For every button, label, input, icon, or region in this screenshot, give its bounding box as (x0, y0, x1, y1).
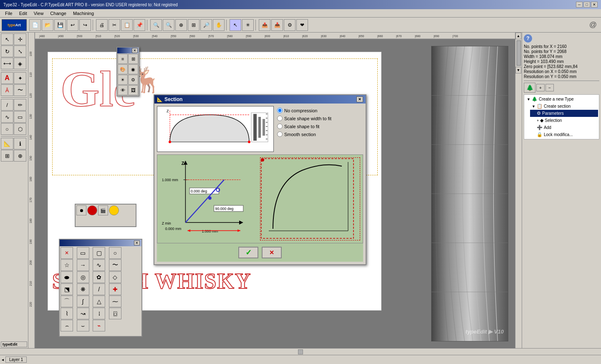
mini-btn-3[interactable]: 🎨 (118, 64, 128, 74)
mini-btn-5[interactable]: ☀ (118, 75, 128, 85)
shape-curve[interactable]: ∿ (93, 259, 105, 271)
media-sun[interactable] (109, 205, 119, 215)
layer-arrow-left[interactable]: ◂ (2, 357, 4, 362)
toolbar-action1[interactable]: ⚙ (284, 19, 295, 31)
toolbar-favorites[interactable]: ❤ (296, 19, 308, 31)
menu-change[interactable]: Change (47, 10, 70, 17)
tool-text-a[interactable]: A (1, 72, 13, 84)
close-button[interactable]: ✕ (591, 2, 598, 8)
toolbar-export[interactable]: 📤 (259, 19, 270, 31)
v-scroll-up[interactable]: ▲ (515, 33, 521, 39)
shape-x[interactable]: ✕ (61, 247, 73, 259)
toolbar-redo[interactable]: ↪ (79, 19, 91, 31)
shape-rect[interactable]: ▭ (77, 247, 89, 259)
tool-bezier[interactable]: ∿ (1, 111, 13, 123)
toolbar-save-template[interactable]: 💾 (54, 19, 66, 31)
media-film[interactable]: 🎬 (98, 205, 108, 215)
tool-text-wave[interactable]: 〜 (14, 84, 26, 96)
shape-script1[interactable]: ⌢ (61, 320, 73, 331)
shape-script2[interactable]: ⌣ (77, 320, 89, 331)
radio-scale-width[interactable]: Scale shape width to fit (277, 116, 363, 121)
toolbar-paste[interactable]: 📌 (134, 19, 145, 31)
typeedit-tab[interactable]: typeEdit (1, 341, 27, 347)
tool-grid[interactable]: ⊞ (1, 150, 13, 162)
toolbar-zoom-out[interactable]: 🔍 (163, 19, 174, 31)
shape-fish[interactable]: ∫ (77, 296, 89, 307)
shape-flower[interactable]: ✿ (93, 271, 105, 283)
shape-arc[interactable]: ⌒ (61, 296, 73, 307)
layer-tab-item[interactable]: Layer 1 (5, 356, 27, 363)
mini-btn-7[interactable]: 👁 (118, 85, 128, 95)
minimize-button[interactable]: ─ (576, 2, 583, 8)
toolbar-open[interactable]: 📂 (42, 19, 53, 31)
media-record[interactable]: ⏺ (76, 205, 86, 215)
shape-complex[interactable]: ❋ (77, 283, 89, 295)
tree-item-selection[interactable]: + ◆ Selection (530, 117, 598, 124)
mini-btn-6[interactable]: ⚙ (128, 75, 138, 85)
v-scrollbar[interactable]: ▲ ▼ (515, 33, 522, 348)
tree-icon-btn[interactable]: 🌲 (524, 83, 535, 93)
shape-path4[interactable]: ⌼ (109, 308, 121, 319)
tool-text-star[interactable]: ✦ (14, 72, 26, 84)
tool-rotate[interactable]: ↻ (1, 46, 13, 57)
tool-node[interactable]: ◈ (14, 58, 26, 69)
shape-script3[interactable]: ⌁ (93, 320, 105, 331)
tree-item-create-new[interactable]: ▼ 🌲 Create a new Type (525, 96, 598, 103)
mini-btn-2[interactable]: ⊞ (128, 54, 138, 64)
tool-info[interactable]: ℹ (14, 138, 26, 149)
tool-snap[interactable]: ⊕ (14, 150, 26, 162)
toolbar-zoom-actual[interactable]: ⊞ (188, 19, 199, 31)
toolbar-zoom-box[interactable]: 🔎 (200, 19, 212, 31)
dialog-cancel-button[interactable]: ✕ (262, 247, 282, 258)
maximize-button[interactable]: □ (583, 2, 590, 8)
v-scroll-down[interactable]: ▼ (515, 67, 521, 73)
tree-item-add[interactable]: ➕ Add (530, 124, 598, 131)
shapes-panel-title[interactable]: ✕ (60, 240, 141, 246)
toolbar-import[interactable]: 📥 (271, 19, 283, 31)
toolbar-zoom-in[interactable]: 🔍 (150, 19, 162, 31)
at-icon[interactable]: @ (589, 20, 597, 29)
mini-panel-1-title[interactable]: ✕ (117, 48, 139, 53)
shape-oval[interactable]: ⬬ (61, 271, 73, 283)
shape-sq-rot[interactable]: ⬔ (61, 283, 73, 295)
mini-btn-4[interactable]: ◉ (128, 64, 138, 74)
tool-pen[interactable]: ✏ (14, 99, 26, 111)
tool-mirror[interactable]: ⟷ (1, 58, 13, 69)
shape-path3[interactable]: ⫶ (93, 308, 105, 319)
menu-edit[interactable]: Edit (16, 10, 30, 17)
tree-delete-btn[interactable]: − (545, 84, 554, 91)
toolbar-print[interactable]: 🖨 (96, 19, 108, 31)
mini-panel-1-close[interactable]: ✕ (132, 48, 138, 53)
radio-scale-fit[interactable]: Scale shape to fit (277, 124, 363, 129)
menu-file[interactable]: File (2, 10, 16, 17)
toolbar-undo[interactable]: ↩ (67, 19, 78, 31)
radio-no-compression[interactable]: No compression (277, 108, 363, 113)
toolbar-select[interactable]: ↖ (230, 19, 241, 31)
shapes-panel-close[interactable]: ✕ (134, 240, 140, 245)
shape-wave[interactable]: 〜 (109, 259, 121, 271)
shape-path2[interactable]: ↝ (77, 308, 89, 319)
tree-item-create-section[interactable]: ▼ 📋 Create section (530, 103, 598, 110)
mini-btn-8[interactable]: 🖼 (128, 85, 138, 95)
help-icon[interactable]: ? (524, 34, 532, 43)
tool-move[interactable]: ✛ (14, 33, 26, 45)
menu-view[interactable]: View (30, 10, 47, 17)
tool-line[interactable]: / (1, 99, 13, 111)
tree-item-lock[interactable]: 🔒 Lock modifica... (530, 131, 598, 138)
shape-path1[interactable]: ⌇ (61, 308, 73, 319)
tool-scale[interactable]: ⤡ (14, 46, 26, 57)
shape-arrow[interactable]: → (77, 259, 89, 271)
mini-btn-1[interactable]: ≡ (118, 54, 128, 64)
tool-polygon[interactable]: ⬡ (14, 123, 26, 135)
menu-machining[interactable]: Machining (70, 10, 97, 17)
tree-item-parameters[interactable]: ⚙ Parameters (530, 110, 598, 117)
radio-smooth[interactable]: Smooth section (277, 131, 363, 137)
section-dialog-title[interactable]: 📐 Section ✕ (154, 95, 366, 104)
shape-deco[interactable]: ⁓ (109, 296, 121, 307)
tool-text-arc[interactable]: Ā (1, 84, 13, 96)
toolbar-copy[interactable]: 📋 (121, 19, 133, 31)
toolbar-new[interactable]: 📄 (29, 19, 41, 31)
toolbar-zoom-fit[interactable]: ⊕ (175, 19, 187, 31)
shape-cross[interactable]: ✚ (109, 283, 121, 295)
tool-measure[interactable]: 📐 (1, 138, 13, 149)
